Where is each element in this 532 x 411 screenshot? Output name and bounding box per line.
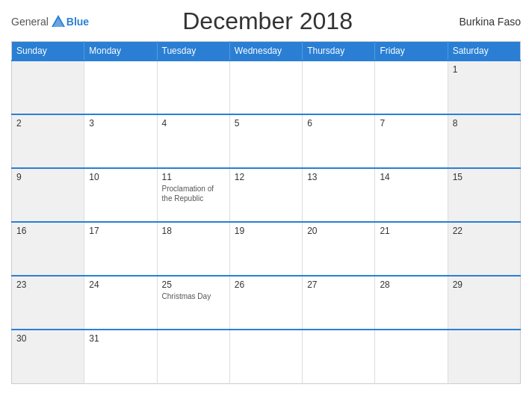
day-number: 26 <box>235 279 297 290</box>
table-row <box>375 61 448 114</box>
day-number: 23 <box>16 279 79 290</box>
table-row: 21 <box>375 222 448 276</box>
event-name: Proclamation of the Republic <box>162 184 225 203</box>
day-number: 18 <box>162 226 225 236</box>
logo: General Blue <box>11 13 89 30</box>
day-number: 10 <box>89 172 152 182</box>
header-tuesday: Tuesday <box>157 42 229 61</box>
day-number: 21 <box>380 226 442 236</box>
table-row: 4 <box>157 114 229 168</box>
logo-blue-text: Blue <box>66 16 89 28</box>
table-row: 19 <box>229 222 302 276</box>
day-number: 2 <box>16 118 79 129</box>
calendar-row: 16171819202122 <box>12 222 521 276</box>
day-number: 19 <box>235 226 297 236</box>
table-row: 14 <box>375 168 448 222</box>
table-row: 3 <box>84 114 157 168</box>
table-row: 27 <box>303 276 375 330</box>
day-number: 31 <box>89 333 152 344</box>
header-saturday: Saturday <box>448 42 520 61</box>
table-row: 12 <box>229 168 302 222</box>
day-number: 1 <box>453 64 516 75</box>
calendar-table: Sunday Monday Tuesday Wednesday Thursday… <box>11 41 521 384</box>
header: General Blue December 2018 Burkina Faso <box>11 7 521 35</box>
day-number: 14 <box>380 172 442 182</box>
table-row: 28 <box>375 276 448 330</box>
table-row: 31 <box>84 330 157 383</box>
event-name: Christmas Day <box>162 291 225 301</box>
country-name: Burkina Faso <box>446 16 521 28</box>
table-row <box>375 330 448 383</box>
table-row <box>157 330 229 383</box>
table-row: 20 <box>303 222 375 276</box>
table-row: 2 <box>12 114 84 168</box>
day-number: 11 <box>162 172 225 182</box>
day-number: 24 <box>89 279 152 290</box>
day-number: 4 <box>162 118 225 129</box>
header-wednesday: Wednesday <box>229 42 302 61</box>
day-number: 12 <box>235 172 297 182</box>
calendar-row: 91011Proclamation of the Republic1213141… <box>12 168 521 222</box>
month-title: December 2018 <box>89 7 446 35</box>
table-row: 26 <box>229 276 302 330</box>
table-row: 29 <box>448 276 520 330</box>
table-row: 8 <box>448 114 520 168</box>
table-row: 23 <box>12 276 84 330</box>
day-number: 17 <box>89 226 152 236</box>
table-row: 11Proclamation of the Republic <box>157 168 229 222</box>
table-row: 15 <box>448 168 520 222</box>
day-number: 28 <box>380 279 442 290</box>
table-row: 25Christmas Day <box>157 276 229 330</box>
day-number: 29 <box>453 279 516 290</box>
table-row: 22 <box>448 222 520 276</box>
logo-general-text: General <box>11 16 49 28</box>
table-row: 9 <box>12 168 84 222</box>
weekday-header-row: Sunday Monday Tuesday Wednesday Thursday… <box>12 42 521 61</box>
table-row <box>303 330 375 383</box>
header-monday: Monday <box>84 42 157 61</box>
calendar-row: 232425Christmas Day26272829 <box>12 276 521 330</box>
day-number: 30 <box>16 333 79 344</box>
day-number: 7 <box>380 118 442 129</box>
day-number: 25 <box>162 279 225 290</box>
table-row <box>448 330 520 383</box>
table-row <box>157 61 229 114</box>
day-number: 9 <box>16 172 79 182</box>
day-number: 13 <box>307 172 370 182</box>
table-row: 18 <box>157 222 229 276</box>
header-friday: Friday <box>375 42 448 61</box>
table-row <box>229 330 302 383</box>
table-row: 6 <box>303 114 375 168</box>
table-row <box>12 61 84 114</box>
day-number: 3 <box>89 118 152 129</box>
calendar-page: General Blue December 2018 Burkina Faso … <box>0 0 532 411</box>
table-row: 1 <box>448 61 520 114</box>
header-thursday: Thursday <box>303 42 375 61</box>
calendar-row: 3031 <box>12 330 521 383</box>
day-number: 15 <box>453 172 516 182</box>
day-number: 20 <box>307 226 370 236</box>
table-row: 30 <box>12 330 84 383</box>
table-row <box>229 61 302 114</box>
table-row <box>303 61 375 114</box>
calendar-row: 2345678 <box>12 114 521 168</box>
header-sunday: Sunday <box>12 42 84 61</box>
table-row: 7 <box>375 114 448 168</box>
calendar-row: 1 <box>12 61 521 114</box>
day-number: 16 <box>16 226 79 236</box>
day-number: 6 <box>307 118 370 129</box>
table-row: 17 <box>84 222 157 276</box>
day-number: 27 <box>307 279 370 290</box>
table-row: 13 <box>303 168 375 222</box>
table-row: 5 <box>229 114 302 168</box>
day-number: 22 <box>453 226 516 236</box>
day-number: 8 <box>453 118 516 129</box>
table-row: 10 <box>84 168 157 222</box>
table-row: 16 <box>12 222 84 276</box>
table-row <box>84 61 157 114</box>
table-row: 24 <box>84 276 157 330</box>
logo-icon <box>50 13 66 30</box>
day-number: 5 <box>235 118 297 129</box>
